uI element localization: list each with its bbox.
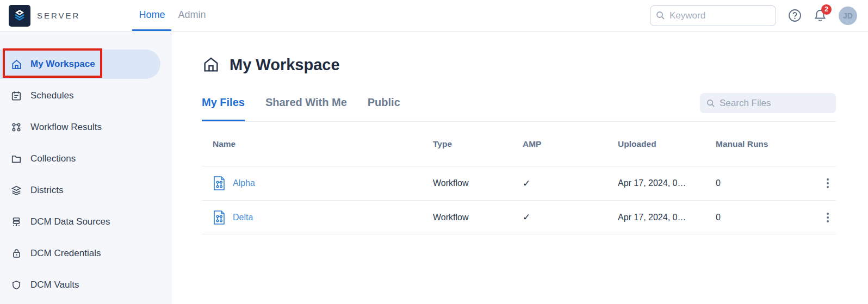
layers-icon (10, 184, 22, 196)
shield-icon (10, 279, 22, 291)
sidebar-item-districts[interactable]: Districts (0, 175, 172, 206)
help-button[interactable] (788, 9, 802, 22)
sidebar-item-workflow-results[interactable]: Workflow Results (0, 111, 172, 143)
file-uploaded: Apr 17, 2024, 0… (618, 213, 716, 222)
tab-my-files[interactable]: My Files (202, 85, 245, 121)
top-bar: SERVER Home Admin 2 (0, 0, 868, 32)
file-name-link[interactable]: Delta (233, 213, 253, 222)
sidebar-item-label: My Workspace (30, 59, 95, 70)
sidebar-item-label: Schedules (30, 90, 73, 101)
table-row[interactable]: Alpha Workflow ✓ Apr 17, 2024, 0… 0 (202, 166, 836, 200)
file-type: Workflow (433, 178, 523, 188)
sidebar-item-dcm-vaults[interactable]: DCM Vaults (0, 269, 172, 301)
workflow-nodes-icon (10, 121, 22, 133)
table-row[interactable]: Delta Workflow ✓ Apr 17, 2024, 0… 0 (202, 200, 836, 234)
top-navigation: Home Admin (132, 0, 212, 31)
file-manual-runs: 0 (716, 213, 820, 222)
workflow-file-icon (213, 176, 226, 191)
sidebar: My Workspace Schedules Workflow Results (0, 32, 172, 304)
app-logo[interactable]: SERVER (9, 0, 80, 31)
column-header-name[interactable]: Name (213, 139, 433, 149)
row-actions-menu-button[interactable] (820, 178, 836, 188)
page-title: My Workspace (230, 56, 340, 74)
tabs: My Files Shared With Me Public (202, 85, 400, 121)
sidebar-item-collections[interactable]: Collections (0, 143, 172, 175)
tab-public[interactable]: Public (368, 85, 400, 121)
home-icon (10, 58, 22, 70)
sidebar-item-label: DCM Vaults (30, 280, 79, 290)
tabs-row: My Files Shared With Me Public (202, 85, 836, 122)
sidebar-item-schedules[interactable]: Schedules (0, 80, 172, 111)
logo-text: SERVER (37, 11, 80, 20)
sidebar-item-label: Districts (30, 185, 63, 196)
logo-stack-icon (9, 5, 30, 27)
tab-shared-with-me[interactable]: Shared With Me (265, 85, 347, 121)
home-icon (202, 55, 220, 74)
topbar-right: 2 JD (650, 0, 857, 31)
main-content: My Workspace My Files Shared With Me Pub… (172, 32, 868, 304)
file-name-link[interactable]: Alpha (233, 178, 255, 188)
workflow-file-icon (213, 210, 226, 225)
sidebar-item-label: Collections (30, 153, 76, 164)
files-table: Name Type AMP Uploaded Manual Runs (202, 122, 836, 234)
sidebar-item-label: DCM Credentials (30, 248, 101, 259)
sidebar-item-label: Workflow Results (30, 122, 102, 133)
table-header-row: Name Type AMP Uploaded Manual Runs (202, 122, 836, 166)
column-header-uploaded[interactable]: Uploaded (618, 139, 716, 149)
row-actions-menu-button[interactable] (820, 213, 836, 222)
amp-checkmark: ✓ (523, 178, 618, 189)
notification-badge: 2 (821, 4, 832, 15)
lock-icon (10, 247, 22, 259)
column-header-type[interactable]: Type (433, 139, 523, 149)
nav-admin[interactable]: Admin (171, 0, 212, 31)
search-icon (706, 99, 715, 108)
sidebar-item-dcm-credentials[interactable]: DCM Credentials (0, 238, 172, 269)
sidebar-item-dcm-data-sources[interactable]: DCM Data Sources (0, 206, 172, 238)
sidebar-item-my-workspace[interactable]: My Workspace (0, 48, 172, 80)
nav-home[interactable]: Home (132, 0, 171, 31)
calendar-icon (10, 90, 22, 102)
file-manual-runs: 0 (716, 178, 820, 188)
amp-checkmark: ✓ (523, 212, 618, 223)
page-title-row: My Workspace (202, 55, 836, 74)
file-uploaded: Apr 17, 2024, 0… (618, 178, 716, 188)
files-search-input[interactable] (720, 98, 823, 109)
column-header-manual-runs[interactable]: Manual Runs (716, 139, 820, 149)
search-icon (656, 11, 665, 20)
database-icon (10, 216, 22, 228)
column-header-amp[interactable]: AMP (523, 139, 618, 149)
sidebar-item-label: DCM Data Sources (30, 216, 110, 227)
avatar[interactable]: JD (839, 7, 857, 25)
file-type: Workflow (433, 213, 523, 222)
keyword-search-input[interactable] (669, 10, 757, 21)
notifications-button[interactable]: 2 (814, 9, 827, 23)
keyword-search-box[interactable] (650, 5, 776, 26)
folder-icon (10, 153, 22, 165)
files-search-box[interactable] (700, 93, 836, 113)
